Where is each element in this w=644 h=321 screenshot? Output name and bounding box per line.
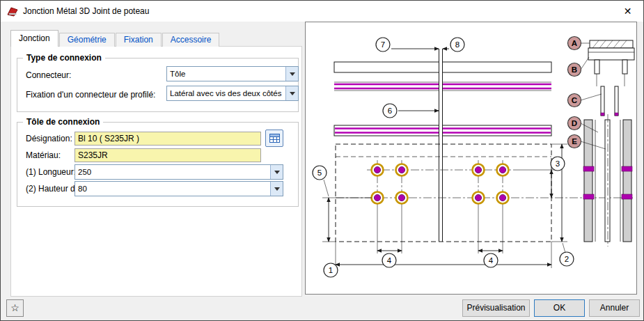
fixation-dropdown-button[interactable] — [285, 86, 298, 100]
chevron-down-icon — [274, 187, 280, 191]
balloon-8: 8 — [450, 38, 464, 52]
tab-fixation[interactable]: Fixation — [116, 33, 162, 47]
section-view-top — [588, 40, 634, 86]
hauteur-value: 80 — [75, 182, 270, 196]
window-title: Jonction Métal 3D Joint de poteau — [23, 1, 149, 22]
annuler-button[interactable]: Annuler — [589, 299, 640, 317]
svg-text:1: 1 — [329, 266, 333, 274]
tabstrip: Jonction Géométrie Fixation Accessoire — [10, 31, 220, 47]
joint-gap-line — [439, 49, 443, 242]
balloon-4-left: 4 — [382, 253, 396, 267]
svg-text:6: 6 — [388, 107, 392, 115]
app-icon — [7, 6, 18, 17]
letter-balloons: A B C D E — [568, 37, 581, 148]
group-tole-connexion-title: Tôle de connexion — [23, 117, 103, 127]
balloon-C: C — [568, 94, 581, 107]
close-icon: ✕ — [624, 6, 632, 17]
materiau-label: Matériau: — [26, 148, 61, 162]
svg-text:8: 8 — [455, 40, 460, 49]
number-balloons: 7 8 6 5 3 2 1 4 4 — [313, 38, 574, 277]
svg-text:A: A — [572, 39, 577, 47]
group-type-connexion-title: Type de connexion — [23, 53, 105, 63]
connecteur-value: Tôle — [167, 67, 285, 81]
balloon-E: E — [568, 135, 581, 148]
balloon-B: B — [568, 63, 581, 77]
svg-text:5: 5 — [317, 169, 322, 177]
longueur-dropdown-button[interactable] — [270, 165, 283, 179]
balloon-2: 2 — [560, 252, 574, 266]
balloon-1: 1 — [324, 263, 338, 277]
chevron-down-icon — [290, 72, 295, 76]
fixation-connecteur-combobox[interactable]: Latéral avec vis des deux côtés — [166, 86, 299, 101]
preview-panel: 7 8 6 5 3 2 1 4 4 A B C D E — [305, 22, 637, 295]
tab-jonction[interactable]: Jonction — [10, 30, 58, 47]
svg-text:D: D — [572, 119, 577, 127]
preview-drawing: 7 8 6 5 3 2 1 4 4 A B C D E — [306, 22, 636, 294]
tab-accessoire[interactable]: Accessoire — [162, 33, 220, 47]
hauteur-combobox[interactable]: 80 — [74, 181, 283, 196]
designation-label: Désignation: — [26, 132, 72, 146]
designation-field[interactable]: Bl 10 ( S235JR ) — [74, 132, 261, 146]
chevron-down-icon — [274, 171, 280, 174]
balloon-4-right: 4 — [484, 253, 498, 267]
longueur-combobox[interactable]: 250 — [74, 164, 283, 180]
section-view-column — [583, 114, 632, 246]
svg-text:E: E — [572, 137, 577, 146]
svg-text:4: 4 — [489, 256, 494, 265]
group-tole-connexion: Tôle de connexion Désignation: Bl 10 ( S… — [17, 122, 299, 207]
connecteur-dropdown-button[interactable] — [285, 67, 298, 81]
svg-text:7: 7 — [381, 40, 385, 49]
hauteur-dropdown-button[interactable] — [270, 182, 283, 196]
close-button[interactable]: ✕ — [612, 1, 643, 22]
favorite-button[interactable]: ☆ — [6, 299, 24, 317]
dimension-lines — [322, 49, 567, 268]
tabpage-jonction: Type de connexion Connecteur: Tôle Fixat… — [10, 46, 302, 297]
titlebar: Jonction Métal 3D Joint de poteau ✕ — [1, 1, 643, 22]
balloon-6: 6 — [383, 104, 397, 118]
previsualisation-button[interactable]: Prévisualisation — [462, 299, 530, 317]
connecteur-label: Connecteur: — [26, 68, 71, 82]
longueur-label: (1) Longueur: — [26, 165, 76, 179]
balloon-5: 5 — [313, 166, 327, 180]
table-icon — [269, 134, 280, 143]
fixation-connecteur-value: Latéral avec vis des deux côtés — [167, 86, 285, 100]
svg-text:3: 3 — [556, 159, 560, 168]
chevron-down-icon — [290, 92, 295, 95]
balloon-7: 7 — [376, 38, 390, 52]
fixation-connecteur-label: Fixation d'un connecteur de profilé: — [26, 88, 155, 102]
longueur-value: 250 — [75, 165, 270, 179]
tab-geometrie[interactable]: Géométrie — [59, 33, 115, 47]
svg-text:4: 4 — [387, 256, 392, 265]
balloon-D: D — [568, 117, 581, 130]
star-icon: ☆ — [10, 302, 19, 313]
svg-text:B: B — [572, 65, 577, 74]
svg-text:C: C — [572, 96, 577, 104]
ok-button[interactable]: OK — [534, 299, 585, 317]
balloon-A: A — [568, 37, 581, 50]
group-type-connexion: Type de connexion Connecteur: Tôle Fixat… — [17, 58, 299, 112]
dialog-window: Jonction Métal 3D Joint de poteau ✕ Jonc… — [0, 0, 644, 321]
connection-plate-outline — [336, 144, 551, 242]
materiau-field[interactable]: S235JR — [74, 148, 261, 162]
section-view-mid — [601, 86, 618, 116]
designation-table-button[interactable] — [265, 130, 283, 147]
connecteur-combobox[interactable]: Tôle — [166, 66, 299, 81]
svg-text:2: 2 — [565, 255, 569, 263]
balloon-3: 3 — [551, 157, 565, 171]
